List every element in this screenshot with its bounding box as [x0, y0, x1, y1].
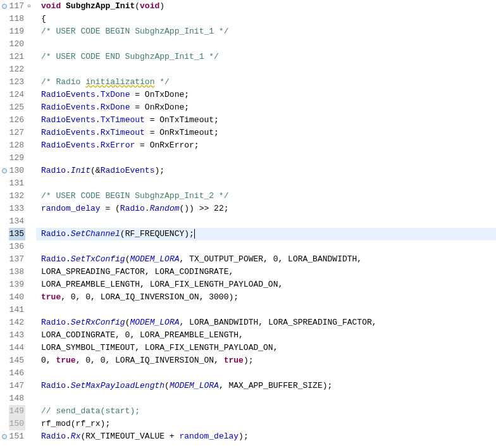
code-line[interactable]: RadioEvents.RxDone = OnRxDone; — [36, 101, 496, 114]
token-fld: RadioEvents — [41, 140, 96, 150]
gutter-row: 128 — [0, 139, 35, 152]
gutter-row: 123 — [0, 76, 35, 89]
gutter-row: 120 — [0, 38, 35, 51]
breakpoint-marker-icon[interactable] — [2, 168, 7, 173]
gutter-row: 142 — [0, 316, 35, 329]
token-c: /* USER CODE BEGIN SubghzApp_Init_2 */ — [41, 191, 228, 201]
code-line[interactable]: Radio.Init(&RadioEvents); — [36, 165, 496, 177]
breakpoint-marker-icon[interactable] — [2, 4, 7, 9]
token-s: = OnTxDone; — [130, 90, 189, 99]
code-line[interactable]: /* Radio initialization */ — [36, 76, 496, 89]
code-line[interactable] — [36, 240, 496, 253]
gutter-row: 145 — [0, 354, 35, 367]
text-cursor — [194, 229, 195, 239]
gutter-row: 132 — [0, 190, 35, 202]
code-line[interactable]: Radio.SetRxConfig(MODEM_LORA, LORA_BANDW… — [36, 316, 496, 329]
code-line[interactable]: Radio.SetMaxPayloadLength(MODEM_LORA, MA… — [36, 380, 496, 392]
code-line[interactable] — [36, 392, 496, 405]
code-line[interactable] — [36, 38, 496, 51]
code-line[interactable] — [36, 215, 496, 228]
code-line[interactable]: Radio.SetTxConfig(MODEM_LORA, TX_OUTPUT_… — [36, 253, 496, 266]
token-it: SetChannel — [71, 229, 120, 239]
breakpoint-marker-icon[interactable] — [2, 434, 7, 439]
gutter-row: 127 — [0, 127, 35, 139]
code-line[interactable]: LORA_PREAMBLE_LENGTH, LORA_FIX_LENGTH_PA… — [36, 278, 496, 291]
line-number: 149 — [9, 405, 25, 418]
token-s: (RF_FREQUENCY); — [120, 229, 194, 239]
token-s: ); — [244, 356, 254, 365]
token-s: . — [66, 318, 71, 327]
code-line[interactable]: /* USER CODE END SubghzApp_Init_1 */ — [36, 51, 496, 63]
token-s: = OnTxTimeout; — [145, 115, 219, 125]
code-line[interactable]: { — [36, 13, 496, 25]
line-number: 118 — [9, 13, 25, 25]
code-line[interactable]: LORA_SPREADING_FACTOR, LORA_CODINGRATE, — [36, 266, 496, 278]
code-line[interactable]: RadioEvents.RxTimeout = OnRxTimeout; — [36, 127, 496, 139]
token-cw: initialization — [85, 77, 154, 87]
gutter-row: 134 — [0, 215, 35, 228]
code-line[interactable]: LORA_CODINGRATE, 0, LORA_PREAMBLE_LENGTH… — [36, 329, 496, 342]
token-s: . — [96, 140, 101, 150]
token-fld: RxDone — [101, 103, 130, 112]
line-number: 123 — [9, 76, 25, 89]
code-line[interactable] — [36, 367, 496, 380]
token-s: . — [145, 204, 150, 213]
code-line[interactable]: LORA_SYMBOL_TIMEOUT, LORA_FIX_LENGTH_PAY… — [36, 342, 496, 354]
token-fld: Radio — [41, 166, 66, 175]
token-s: ( — [164, 381, 170, 390]
token-s: = ( — [101, 204, 120, 213]
gutter-row: 122 — [0, 63, 35, 76]
gutter-row: 148 — [0, 392, 35, 405]
token-fld: Radio — [120, 204, 145, 213]
code-editor[interactable]: 117⊖118119120121122123124125126127128129… — [0, 0, 496, 443]
token-c: // send_data(start); — [41, 406, 140, 416]
token-s: = OnRxDone; — [130, 103, 189, 112]
code-area[interactable]: void SubghzApp_Init(void){ /* USER CODE … — [36, 0, 496, 443]
code-line[interactable]: Radio.SetChannel(RF_FREQUENCY); — [36, 228, 496, 240]
line-number: 143 — [9, 329, 25, 342]
line-number: 125 — [9, 101, 25, 114]
fold-column[interactable]: ⊖ — [25, 0, 33, 13]
line-number: 138 — [9, 266, 25, 278]
code-line[interactable]: 0, true, 0, 0, LORA_IQ_INVERSION_ON, tru… — [36, 354, 496, 367]
line-number: 132 — [9, 190, 25, 202]
token-fld: Radio — [41, 318, 66, 327]
code-line[interactable]: rf_mod(rf_rx); — [36, 418, 496, 430]
line-number: 122 — [9, 63, 25, 76]
line-number: 147 — [9, 380, 25, 392]
token-c: /* USER CODE BEGIN SubghzApp_Init_1 */ — [41, 27, 228, 36]
gutter-row: 129 — [0, 152, 35, 165]
code-line[interactable]: void SubghzApp_Init(void) — [36, 0, 496, 13]
line-number: 121 — [9, 51, 25, 63]
token-fld: RadioEvents — [41, 90, 96, 99]
token-s: (RX_TIMEOUT_VALUE + — [80, 432, 179, 441]
token-s: ()) >> 22; — [179, 204, 228, 213]
token-k: true — [41, 292, 61, 302]
code-line[interactable]: /* USER CODE BEGIN SubghzApp_Init_2 */ — [36, 190, 496, 202]
code-line[interactable]: // send_data(start); — [36, 405, 496, 418]
token-s — [61, 1, 66, 11]
token-fld: Radio — [41, 229, 66, 239]
code-line[interactable]: true, 0, 0, LORA_IQ_INVERSION_ON, 3000); — [36, 291, 496, 304]
code-line[interactable] — [36, 304, 496, 316]
code-line[interactable]: RadioEvents.TxTimeout = OnTxTimeout; — [36, 114, 496, 127]
code-line[interactable]: Radio.Rx(RX_TIMEOUT_VALUE + random_delay… — [36, 430, 496, 443]
code-line[interactable]: RadioEvents.RxError = OnRxError; — [36, 139, 496, 152]
code-line[interactable] — [36, 152, 496, 165]
code-line[interactable] — [36, 63, 496, 76]
line-number: 117 — [9, 0, 25, 13]
token-c: /* USER CODE END SubghzApp_Init_1 */ — [41, 52, 219, 61]
gutter-row: 141 — [0, 304, 35, 316]
token-s: LORA_PREAMBLE_LENGTH, LORA_FIX_LENGTH_PA… — [41, 280, 283, 289]
token-fld: Radio — [41, 381, 66, 390]
token-s: = OnRxTimeout; — [145, 128, 219, 137]
gutter-row: 118 — [0, 13, 35, 25]
gutter-row: 124 — [0, 89, 35, 101]
line-number: 151 — [9, 430, 25, 443]
token-s: , TX_OUTPUT_POWER, 0, LORA_BANDWIDTH, — [179, 254, 362, 264]
token-s: . — [66, 166, 71, 175]
code-line[interactable]: RadioEvents.TxDone = OnTxDone; — [36, 89, 496, 101]
code-line[interactable] — [36, 177, 496, 190]
code-line[interactable]: random_delay = (Radio.Random()) >> 22; — [36, 202, 496, 215]
code-line[interactable]: /* USER CODE BEGIN SubghzApp_Init_1 */ — [36, 25, 496, 38]
